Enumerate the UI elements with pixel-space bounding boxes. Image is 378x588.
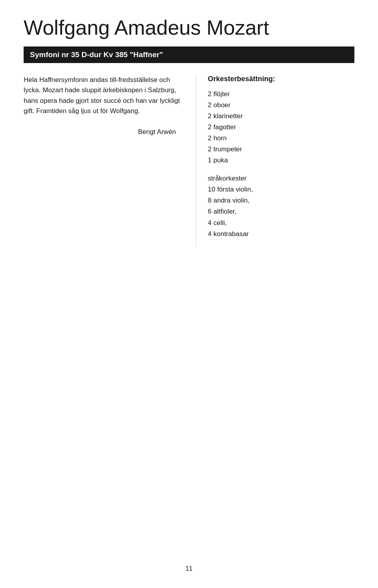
wind-instrument-item: 2 klarinetter (208, 111, 354, 122)
body-text: Hela Haffnersymfonin andas till-fredsstä… (24, 75, 184, 116)
wind-instrument-item: 1 puka (208, 155, 354, 166)
strings-section: stråkorkester 10 första violin,8 andra v… (208, 173, 354, 239)
wind-instruments-list: 2 flöjter2 oboer2 klarinetter2 fagotter2… (208, 89, 354, 166)
strings-item: 4 celli, (208, 218, 354, 229)
strings-title: stråkorkester (208, 173, 354, 184)
column-divider (196, 75, 196, 247)
content-area: Hela Haffnersymfonin andas till-fredsstä… (24, 75, 354, 247)
right-column: Orkesterbesättning: 2 flöjter2 oboer2 kl… (208, 75, 354, 247)
strings-item: 10 första violin, (208, 184, 354, 195)
orchestra-heading: Orkesterbesättning: (208, 75, 354, 83)
subtitle-text: Symfoni nr 35 D-dur Kv 385 "Haffner" (30, 50, 163, 59)
left-column: Hela Haffnersymfonin andas till-fredsstä… (24, 75, 196, 247)
strings-item: 4 kontrabasar (208, 229, 354, 240)
subtitle-bar: Symfoni nr 35 D-dur Kv 385 "Haffner" (24, 47, 354, 63)
strings-item: 8 andra violin, (208, 195, 354, 206)
wind-instrument-item: 2 horn (208, 133, 354, 144)
wind-instrument-item: 2 trumpeter (208, 144, 354, 155)
wind-instrument-item: 2 fagotter (208, 122, 354, 133)
wind-instrument-item: 2 oboer (208, 100, 354, 111)
author-name: Bengt Arwén (24, 128, 184, 136)
strings-list: 10 första violin,8 andra violin,6 altfio… (208, 184, 354, 239)
wind-instrument-item: 2 flöjter (208, 89, 354, 100)
page-number: 11 (185, 565, 193, 572)
page-title: Wolfgang Amadeus Mozart (24, 16, 354, 39)
page: Wolfgang Amadeus Mozart Symfoni nr 35 D-… (0, 0, 378, 588)
strings-item: 6 altfioler, (208, 206, 354, 217)
